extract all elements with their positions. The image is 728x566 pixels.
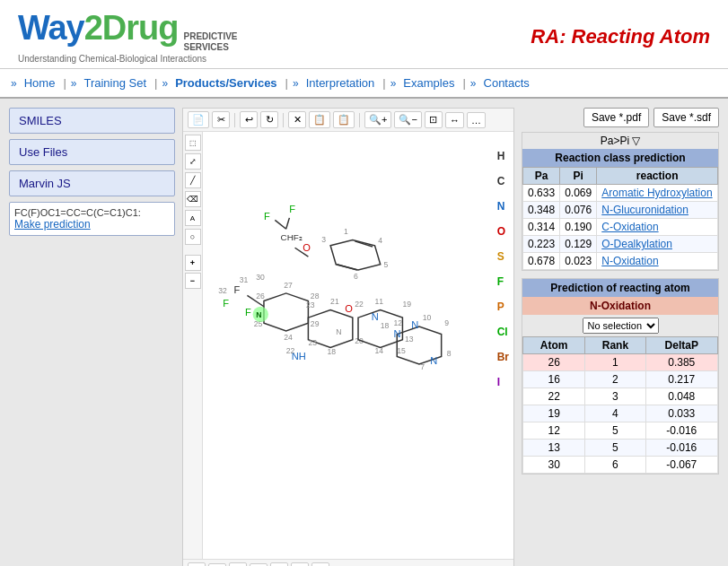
rcp-row: 0.223 0.129 O-Dealkylation <box>523 236 718 253</box>
rap-table: Atom Rank DeltaP 26 1 0.385 16 2 0.217 2… <box>522 336 718 474</box>
rap-atom: 26 <box>523 354 585 371</box>
right-panel: Save *.pdf Save *.sdf Pa>Pi ▽ Reaction c… <box>522 108 719 566</box>
nav-home[interactable]: Home <box>19 74 61 92</box>
nav-training-set[interactable]: Training Set <box>78 74 152 92</box>
nav-contacts[interactable]: Contacts <box>478 74 535 92</box>
rap-selection-select[interactable]: No selection <box>583 318 659 334</box>
svg-text:11: 11 <box>375 297 384 306</box>
tb-left-arrow[interactable]: ◁ <box>188 562 206 566</box>
rcp-row: 0.678 0.023 N-Oxidation <box>523 253 718 270</box>
tool-ring[interactable]: ○ <box>185 229 201 245</box>
rap-row: 30 6 -0.067 <box>523 457 718 474</box>
rcp-row: 0.314 0.190 C-Oxidation <box>523 219 718 236</box>
tb-hexagon[interactable]: ⬡ <box>291 562 309 566</box>
tb-copy1[interactable]: 📋 <box>309 111 330 128</box>
tagline: Understanding Chemical-Biological Intera… <box>18 54 238 64</box>
save-buttons: Save *.pdf Save *.sdf <box>522 108 719 127</box>
rap-deltap: 0.217 <box>645 371 718 388</box>
rap-deltap: 0.033 <box>645 405 718 422</box>
tb-undo[interactable]: ↩ <box>240 111 258 128</box>
tb-clear[interactable]: ✕ <box>288 111 306 128</box>
rap-rank: 6 <box>585 457 645 474</box>
tool-draw[interactable]: ╱ <box>185 172 201 188</box>
mol-viewer-area: ⬚ ⤢ ╱ ⌫ A ○ + − F F <box>183 132 513 559</box>
svg-marker-7 <box>330 240 381 270</box>
svg-text:F: F <box>245 307 251 318</box>
save-pdf-button[interactable]: Save *.pdf <box>583 108 649 127</box>
smiles-button[interactable]: SMILES <box>9 108 175 134</box>
rcp-reaction[interactable]: N-Oxidation <box>597 253 718 270</box>
svg-text:3: 3 <box>321 235 326 244</box>
tool-select[interactable]: ⬚ <box>185 135 201 151</box>
ra-title: RA: Reacting Atom <box>531 25 710 48</box>
rcp-reaction[interactable]: O-Dealkylation <box>597 236 718 253</box>
rap-deltap: -0.067 <box>645 457 718 474</box>
nav-sep-3: | <box>285 76 288 90</box>
tb-square[interactable]: □ <box>250 563 268 567</box>
element-O: O <box>497 225 509 238</box>
tb-sep-3 <box>359 113 360 127</box>
rcp-reaction[interactable]: Aromatic Hydroxylation <box>597 185 718 202</box>
rcp-title: Reaction class prediction <box>522 149 718 167</box>
svg-text:N: N <box>336 327 341 336</box>
main-content: SMILES Use Files Marvin JS FC(F)OC1=CC=C… <box>0 99 728 566</box>
svg-text:24: 24 <box>284 333 293 342</box>
nav-arrow-5: » <box>390 77 397 90</box>
rcp-row: 0.633 0.069 Aromatic Hydroxylation <box>523 185 718 202</box>
smiles-value[interactable]: FC(F)OC1=CC=C(C=C1)C1: <box>14 207 170 218</box>
zoom-out-btn[interactable]: − <box>185 273 201 289</box>
make-prediction-link[interactable]: Make prediction <box>14 218 91 231</box>
svg-text:22: 22 <box>355 300 364 309</box>
rap-atom: 22 <box>523 388 585 405</box>
nav-products-services[interactable]: Products/Services <box>170 74 282 92</box>
col-pa: Pa <box>523 168 560 185</box>
col-reaction: reaction <box>597 168 718 185</box>
nav-arrow-4: » <box>293 77 299 90</box>
rcp-reaction[interactable]: N-Glucuronidation <box>597 202 718 219</box>
tool-eraser[interactable]: ⌫ <box>185 191 201 207</box>
nav-sep-5: | <box>462 76 465 90</box>
svg-text:O: O <box>345 303 353 314</box>
nav-examples[interactable]: Examples <box>398 74 460 92</box>
nav-interpretation[interactable]: Interpretation <box>301 74 381 92</box>
marvin-js-button[interactable]: Marvin JS <box>9 170 175 196</box>
zoom-in-btn[interactable]: + <box>185 255 201 271</box>
tb-pentagon[interactable]: ⬠ <box>270 562 288 566</box>
tb-zoom-out[interactable]: 🔍− <box>394 111 421 128</box>
col-deltap: DeltaP <box>645 337 718 354</box>
tool-atom[interactable]: A <box>185 210 201 226</box>
tb-copy2[interactable]: 📋 <box>333 111 355 128</box>
svg-text:21: 21 <box>330 297 339 306</box>
rcp-pi: 0.023 <box>560 253 597 270</box>
tb-new[interactable]: 📄 <box>188 111 209 128</box>
mol-left-tools: ⬚ ⤢ ╱ ⌫ A ○ + − <box>183 132 203 559</box>
rap-row: 12 5 -0.016 <box>523 422 718 440</box>
tb-right-arrow[interactable]: ▷ <box>311 562 329 566</box>
tb-zoom-in[interactable]: 🔍+ <box>364 111 391 128</box>
tool-lasso[interactable]: ⤢ <box>185 153 201 170</box>
tb-cut[interactable]: ✂ <box>212 111 230 128</box>
tb-fit[interactable]: ⊡ <box>425 111 443 128</box>
predictive-label: PREDICTIVE <box>184 31 238 42</box>
nav-arrow-6: » <box>470 77 477 90</box>
element-S: S <box>497 250 509 263</box>
rcp-pi: 0.190 <box>560 219 597 236</box>
mol-bottom-toolbar: ◁ ○ △ □ ⬠ ⬡ ▷ <box>183 559 513 566</box>
tb-redo[interactable]: ↻ <box>260 111 278 128</box>
save-sdf-button[interactable]: Save *.sdf <box>653 108 719 127</box>
molecule-svg: F F CHF₂ O 3 1 4 5 <box>203 132 513 559</box>
rcp-reaction[interactable]: C-Oxidation <box>597 219 718 236</box>
use-files-button[interactable]: Use Files <box>9 139 175 165</box>
tb-triangle[interactable]: △ <box>229 562 247 566</box>
tb-more[interactable]: … <box>467 112 486 128</box>
svg-text:27: 27 <box>284 281 293 290</box>
tb-arrows[interactable]: ↔ <box>445 112 464 128</box>
pp-pi-chevron: ▽ <box>632 135 640 147</box>
svg-text:1: 1 <box>344 227 348 236</box>
element-F: F <box>497 275 509 288</box>
tb-circle[interactable]: ○ <box>208 563 226 567</box>
rcp-pa: 0.314 <box>523 219 560 236</box>
svg-text:10: 10 <box>423 313 432 322</box>
rap-select-row: No selection <box>522 315 718 336</box>
header: Way2Drug PREDICTIVE SERVICES Understandi… <box>0 0 728 69</box>
